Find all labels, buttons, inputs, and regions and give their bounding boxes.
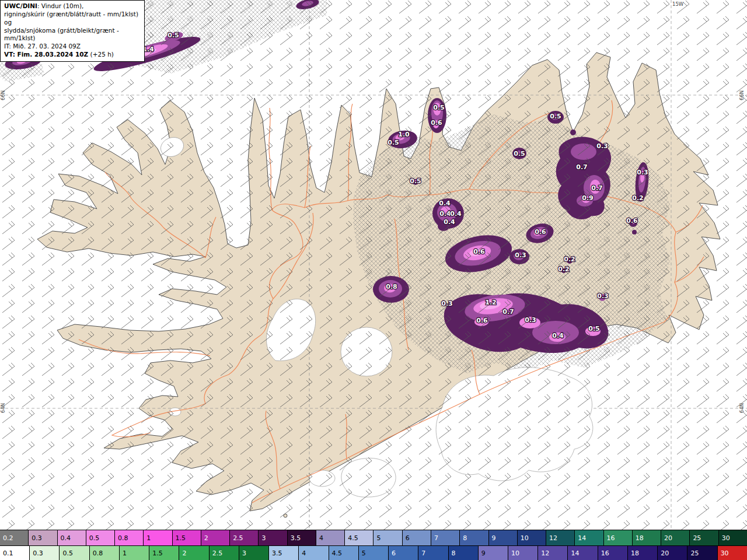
legend-line-1-text: : Vindur (10m), xyxy=(37,2,84,9)
colorbar-cell: 0.5 xyxy=(86,530,115,545)
colorbar-cell: 0.5 xyxy=(60,546,89,560)
precip-value-label: 0.3 xyxy=(515,251,526,259)
precip-value-label: 0.4 xyxy=(439,200,451,207)
colorbar-cell: 0.3 xyxy=(29,530,57,545)
precip-value-label: 0.7 xyxy=(576,163,588,171)
precip-value-label: 0.6 xyxy=(626,217,638,225)
colorbar-cell: 0.3 xyxy=(30,546,60,560)
colorbar-cell: 14 xyxy=(568,546,598,560)
colorbar-cell: 30 xyxy=(718,546,747,560)
colorbar-cell: 25 xyxy=(690,530,718,545)
wind-barbs-layer xyxy=(0,0,747,530)
precip-value-label: 0.3 xyxy=(637,169,648,176)
colorbar-cell: 18 xyxy=(633,530,661,545)
colorbar-cell: 4 xyxy=(316,530,345,545)
graticule-label: 15W xyxy=(672,1,684,7)
colorbar-cell: 9 xyxy=(489,530,518,545)
colorbar-cell: 14 xyxy=(575,530,603,545)
precip-value-label: 0.5 xyxy=(433,104,445,111)
colorbar-cell: 0.8 xyxy=(90,546,120,560)
colorbar-cell: 6 xyxy=(389,546,418,560)
precip-value-label: 0.9 xyxy=(582,194,594,202)
colorbar-cell: 0.1 xyxy=(0,546,30,560)
precip-value-label: 0.3 xyxy=(596,142,608,150)
colorbar-cell: 6 xyxy=(403,530,431,545)
map-info-box: UWC/DINI: Vindur (10m), rigning/skúrir (… xyxy=(0,0,145,62)
colorbar-cell: 0.8 xyxy=(115,530,144,545)
precip-value-label: 0.6 xyxy=(476,317,488,324)
colorbar-cell: 2.5 xyxy=(210,546,239,560)
map-area: 15W66N66N64N64N 0.31.40.50.50.61.00.50.5… xyxy=(0,0,747,530)
colorbar-cell: 10 xyxy=(518,530,546,545)
colorbar-cell: 2.5 xyxy=(230,530,259,545)
colorbar-cell: 2 xyxy=(179,546,209,560)
colorbar-cell: 12 xyxy=(538,546,568,560)
colorbar-cell: 30 xyxy=(719,530,747,545)
precip-value-label: 0.7 xyxy=(502,308,514,316)
colorbar-cell: 7 xyxy=(418,546,448,560)
init-time: IT: Mið. 27. 03. 2024 09Z xyxy=(4,43,141,51)
precip-value-label: 0.4 xyxy=(450,210,462,218)
precip-value-label: 0.8 xyxy=(386,283,397,290)
precip-value-label: 0.6 xyxy=(535,228,546,236)
legend-line-2: rigning/skúrir (grænt/blátt/rautt - mm/1… xyxy=(4,10,141,27)
precip-value-label: 0.2 xyxy=(558,265,570,273)
precip-value-label: 0.5 xyxy=(388,139,399,146)
legend-line-3: slydda/snjókoma (grátt/bleikt/grænt - mm… xyxy=(4,27,141,43)
colorbar-cell: 8 xyxy=(460,530,488,545)
colorbar-cell: 1.5 xyxy=(149,546,179,560)
colorbar-cell: 0.4 xyxy=(58,530,86,545)
colorbar-cell: 1.5 xyxy=(173,530,201,545)
colorbar-cell: 20 xyxy=(661,530,690,545)
precip-value-label: 0.3 xyxy=(597,292,609,300)
sleet-snow-colorbar: 0.20.30.40.50.811.522.533.544.5567891012… xyxy=(0,530,747,545)
precip-value-label: 0.5 xyxy=(588,325,600,332)
precip-value-label: 0.5 xyxy=(514,150,525,158)
precip-value-label: 0.4 xyxy=(439,210,451,218)
colorbar-cell: 1 xyxy=(144,530,172,545)
colorbar-cell: 0.2 xyxy=(0,530,29,545)
colorbar-cell: 3 xyxy=(239,546,269,560)
valid-time: VT: Fim. 28.03.2024 10Z xyxy=(4,51,88,58)
graticule-label: 64N xyxy=(0,403,6,413)
colorbar-cell: 3.5 xyxy=(288,530,316,545)
precip-value-label: 0.7 xyxy=(591,184,603,192)
precip-value-label: 1.2 xyxy=(485,299,497,306)
precip-value-label: 0.4 xyxy=(444,218,455,226)
colorbar-cell: 1 xyxy=(120,546,149,560)
colorbars: 0.20.30.40.50.811.522.533.544.5567891012… xyxy=(0,530,747,560)
precip-value-label: 0.5 xyxy=(550,113,561,120)
colorbar-cell: 4 xyxy=(299,546,329,560)
colorbar-cell: 4.5 xyxy=(329,546,359,560)
precip-value-label: 0.2 xyxy=(632,194,644,202)
map-svg: 15W66N66N64N64N 0.31.40.50.50.61.00.50.5… xyxy=(0,0,747,530)
colorbar-cell: 8 xyxy=(449,546,479,560)
graticule-label: 66N xyxy=(0,90,6,100)
precip-value-label: 0.3 xyxy=(525,316,536,324)
legend-line-1: UWC/DINI: Vindur (10m), xyxy=(4,2,141,10)
colorbar-cell: 20 xyxy=(658,546,687,560)
colorbar-cell: 16 xyxy=(604,530,633,545)
precip-value-label: 0.3 xyxy=(441,300,453,307)
precip-value-label: 0.6 xyxy=(431,119,442,127)
colorbar-cell: 9 xyxy=(479,546,508,560)
model-name: UWC/DINI xyxy=(4,2,37,9)
colorbar-cell: 4.5 xyxy=(345,530,374,545)
colorbar-cell: 7 xyxy=(431,530,460,545)
colorbar-cell: 16 xyxy=(598,546,628,560)
colorbar-cell: 2 xyxy=(201,530,230,545)
valid-time-line: VT: Fim. 28.03.2024 10Z (+25 h) xyxy=(4,51,141,59)
colorbar-cell: 25 xyxy=(687,546,717,560)
graticule-label: 64N xyxy=(739,403,745,413)
precip-value-label: 0.4 xyxy=(552,332,564,340)
colorbar-cell: 3 xyxy=(259,530,287,545)
rain-colorbar: 0.10.30.50.811.522.533.544.5567891012141… xyxy=(0,545,747,560)
colorbar-cell: 12 xyxy=(546,530,575,545)
precip-value-label: 1.0 xyxy=(398,131,410,138)
colorbar-cell: 18 xyxy=(628,546,658,560)
graticule-label: 66N xyxy=(739,90,745,100)
colorbar-cell: 5 xyxy=(374,530,402,545)
weather-map-page: 15W66N66N64N64N 0.31.40.50.50.61.00.50.5… xyxy=(0,0,747,560)
colorbar-cell: 3.5 xyxy=(269,546,299,560)
precip-value-label: 0.6 xyxy=(473,248,485,256)
